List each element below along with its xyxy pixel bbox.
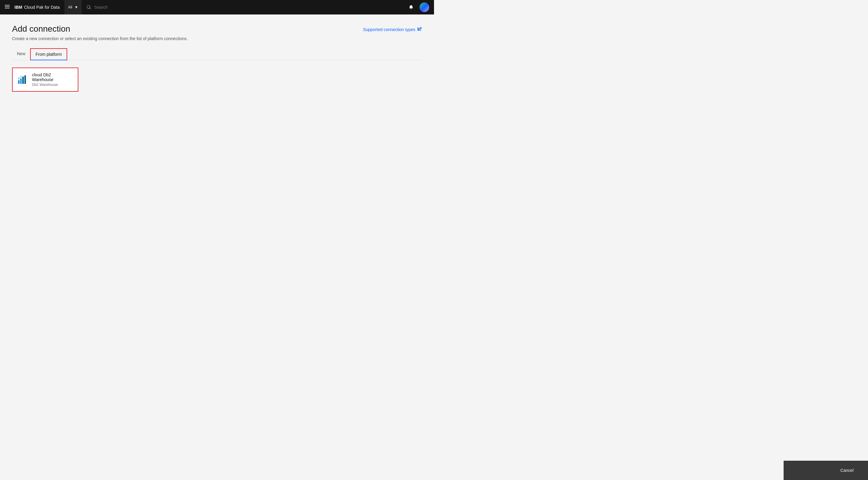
header-row: Add connection Create a new connection o… [12,24,422,48]
svg-rect-4 [20,79,22,84]
app-brand: IBM Cloud Pak for Data [14,5,60,10]
tab-new-label: New [17,51,25,56]
page-subtitle: Create a new connection or select an exi… [12,36,188,41]
db2-icon-svg [18,74,28,85]
svg-rect-3 [18,80,20,84]
svg-rect-7 [18,77,20,80]
svg-rect-5 [22,77,24,84]
search-input[interactable] [94,5,394,10]
filter-label: All [68,5,72,9]
svg-rect-8 [20,76,22,78]
topnav: IBM Cloud Pak for Data All ▼ [0,0,434,14]
page-title: Add connection [12,24,188,34]
header-left: Add connection Create a new connection o… [12,24,188,48]
supported-link-label: Supported connection types [363,27,415,32]
svg-rect-1 [5,6,10,7]
tabs-container: New From platform [12,48,422,60]
notification-button[interactable] [404,0,418,14]
connection-card-type: Db2 Warehouse [32,83,73,87]
svg-rect-2 [5,8,10,8]
svg-rect-0 [5,5,10,5]
supported-connection-types-link[interactable]: Supported connection types [363,27,422,32]
filter-dropdown[interactable]: All ▼ [64,0,82,14]
search-box[interactable] [82,5,399,10]
db2-warehouse-icon [18,74,28,85]
tab-new[interactable]: New [12,48,30,60]
svg-rect-6 [24,76,26,84]
topnav-right [404,0,429,14]
connection-card-name: cloud Db2 Warehouse [32,72,73,82]
tab-from-platform-label: From platform [36,52,62,57]
connection-card-text: cloud Db2 Warehouse Db2 Warehouse [32,72,73,87]
chevron-down-icon: ▼ [74,5,78,9]
search-icon [87,5,91,10]
avatar[interactable] [420,2,429,12]
connection-grid: cloud Db2 Warehouse Db2 Warehouse [12,67,422,92]
main-content: Add connection Create a new connection o… [0,14,434,240]
external-link-icon [417,27,422,32]
connection-card-cloud-db2-warehouse[interactable]: cloud Db2 Warehouse Db2 Warehouse [12,67,79,92]
header-right: Supported connection types [363,24,422,32]
brand-ibm: IBM [14,5,22,10]
tab-from-platform[interactable]: From platform [30,48,67,60]
search-area: All ▼ [64,0,399,14]
brand-product: Cloud Pak for Data [24,5,60,10]
menu-icon[interactable] [5,4,10,10]
